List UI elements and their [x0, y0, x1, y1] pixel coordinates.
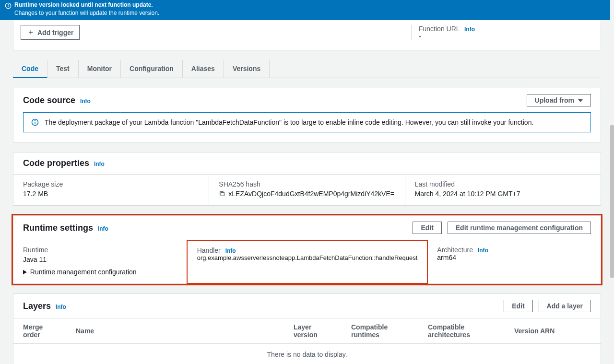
copy-icon[interactable] — [219, 190, 225, 197]
edit-runtime-button[interactable]: Edit — [413, 222, 441, 234]
edit-layers-button[interactable]: Edit — [504, 300, 532, 312]
package-too-large-alert: The deployment package of your Lambda fu… — [23, 112, 591, 132]
code-source-section: Code source Info Upload from The deploym… — [13, 88, 601, 142]
layers-empty: There is no data to display. — [13, 344, 601, 364]
col-compatible-architectures: Compatible architectures — [418, 318, 505, 344]
architecture-value: arm64 — [437, 254, 591, 261]
layers-info-link[interactable]: Info — [56, 304, 66, 310]
runtime-value: Java 11 — [23, 256, 177, 263]
handler-value: org.example.awsserverlessnoteapp.LambdaF… — [197, 254, 418, 261]
tab-test[interactable]: Test — [47, 60, 79, 78]
sha-label: SHA256 hash — [219, 180, 395, 188]
last-modified-value: March 4, 2024 at 10:12 PM GMT+7 — [415, 190, 591, 198]
code-properties-section: Code properties Info Package size 17.2 M… — [13, 152, 601, 206]
info-icon — [5, 2, 12, 9]
banner-title: Runtime version locked until next functi… — [14, 1, 159, 8]
tab-aliases[interactable]: Aliases — [183, 60, 224, 78]
col-merge-order: Merge order — [13, 318, 66, 344]
runtime-settings-title: Runtime settings — [23, 223, 93, 233]
architecture-label: Architecture — [437, 246, 473, 254]
package-size-label: Package size — [23, 180, 199, 188]
layers-section: Layers Info Edit Add a layer Merge order… — [13, 294, 601, 364]
banner-subtitle: Changes to your function will update the… — [14, 10, 159, 16]
package-size-value: 17.2 MB — [23, 190, 199, 198]
handler-label: Handler — [197, 247, 221, 254]
architecture-info-link[interactable]: Info — [478, 247, 488, 254]
function-url-value: - — [419, 33, 593, 40]
code-properties-info-link[interactable]: Info — [94, 161, 105, 167]
tab-monitor[interactable]: Monitor — [79, 60, 121, 78]
info-icon — [31, 118, 39, 126]
svg-rect-6 — [221, 192, 224, 196]
last-modified-label: Last modified — [415, 180, 591, 188]
handler-info-link[interactable]: Info — [225, 247, 236, 254]
runtime-settings-section: Runtime settings Info Edit Edit runtime … — [13, 215, 601, 284]
plus-icon: ＋ — [27, 27, 35, 37]
code-source-info-link[interactable]: Info — [80, 98, 91, 105]
col-compatible-runtimes: Compatible runtimes — [342, 318, 418, 344]
add-trigger-button[interactable]: ＋ Add trigger — [21, 25, 80, 40]
tab-versions[interactable]: Versions — [224, 60, 270, 78]
rmc-summary[interactable]: Runtime management configuration — [23, 263, 177, 276]
upload-from-button[interactable]: Upload from — [527, 94, 591, 106]
function-tabs: Code Test Monitor Configuration Aliases … — [13, 60, 601, 78]
alert-text: The deployment package of your Lambda fu… — [45, 118, 533, 126]
runtime-label: Runtime — [23, 246, 177, 254]
scrollbar-track[interactable] — [610, 0, 614, 364]
function-url-info-link[interactable]: Info — [464, 26, 475, 33]
add-layer-button[interactable]: Add a layer — [539, 300, 591, 312]
svg-point-5 — [35, 120, 35, 121]
tab-code[interactable]: Code — [13, 60, 47, 78]
scrollbar-thumb[interactable] — [610, 125, 614, 278]
runtime-lock-banner: Runtime version locked until next functi… — [0, 0, 614, 20]
col-version-arn: Version ARN — [505, 318, 601, 344]
sha-value: xLEZAvDQjcoF4dudGxtB4f2wEMP0p4grMizdiY42… — [228, 190, 394, 198]
function-url-label: Function URL — [419, 25, 460, 33]
add-trigger-label: Add trigger — [37, 29, 73, 36]
col-layer-version: Layer version — [284, 318, 342, 344]
layers-table: Merge order Name Layer version Compatibl… — [13, 318, 601, 364]
layers-title: Layers — [23, 301, 51, 311]
rmc-details[interactable]: Runtime management configuration — [23, 263, 177, 276]
code-source-title: Code source — [23, 95, 75, 105]
svg-point-2 — [8, 4, 9, 5]
tab-configuration[interactable]: Configuration — [121, 60, 183, 78]
code-properties-title: Code properties — [23, 158, 89, 168]
runtime-settings-info-link[interactable]: Info — [98, 225, 108, 232]
edit-rmc-button[interactable]: Edit runtime management configuration — [448, 222, 591, 234]
col-name: Name — [66, 318, 284, 344]
